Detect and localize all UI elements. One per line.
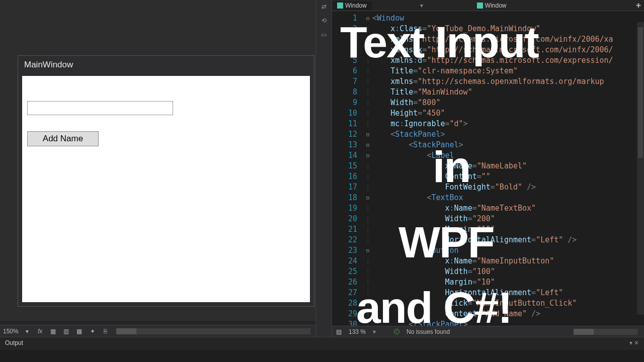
designer-pane: MainWindow Add Name 150% ▾ fx ▦ ▥ ▩ ✦ ⎘ xyxy=(0,0,316,337)
code-view-icon[interactable]: ▤ xyxy=(336,328,342,335)
wpf-window-preview[interactable]: MainWindow Add Name xyxy=(18,55,314,307)
add-name-button[interactable]: Add Name xyxy=(27,131,99,146)
output-label: Output xyxy=(5,339,23,346)
editor-vscroll[interactable] xyxy=(637,22,644,315)
tab-label: Window xyxy=(485,2,507,9)
designer-surface[interactable]: MainWindow Add Name xyxy=(0,0,315,321)
check-icon: ✓ xyxy=(394,329,399,334)
guides-icon[interactable]: ✦ xyxy=(88,327,97,336)
split-icon[interactable]: ✚ xyxy=(633,2,644,9)
grid2-icon[interactable]: ▥ xyxy=(62,327,71,336)
panel-menu-icon[interactable]: ▾ ✕ xyxy=(629,339,639,346)
code-area[interactable]: 1234567891011121314151617181920212223242… xyxy=(332,11,644,326)
fold-column[interactable]: ⊟││││││││││⊟⊟⊟│││⊟││││⊟│││││││ xyxy=(363,11,372,326)
designer-hscroll[interactable] xyxy=(116,328,310,334)
xaml-file-icon xyxy=(337,3,343,9)
splitter-column: ⇄ ⟲ ▭ xyxy=(316,0,332,337)
grid-icon[interactable]: ▦ xyxy=(49,327,58,336)
output-panel-header[interactable]: Output ▾ ✕ xyxy=(0,337,644,350)
swap-panes-icon[interactable]: ⇄ xyxy=(320,3,328,11)
sync-icon[interactable]: ⟲ xyxy=(320,17,328,25)
line-number-gutter: 1234567891011121314151617181920212223242… xyxy=(332,11,363,326)
code-editor-pane: Window ▾ Window ✚ 1234567891011121314151… xyxy=(332,0,644,337)
fx-icon[interactable]: fx xyxy=(36,327,45,336)
anchor-icon[interactable]: ⎘ xyxy=(101,327,110,336)
zoom-dropdown-icon[interactable]: ▾ xyxy=(23,327,32,336)
tab-window-left[interactable]: Window xyxy=(332,1,372,10)
editor-tabbar: Window ▾ Window ✚ xyxy=(332,0,644,11)
code-zoom[interactable]: 133 % xyxy=(349,328,366,335)
xaml-file-icon xyxy=(477,3,483,9)
code-statusbar: ▤ 133 % ▾ ✓ No issues found xyxy=(332,326,644,337)
nav-dropdown-icon[interactable]: ▾ xyxy=(420,2,423,9)
snap-icon[interactable]: ▩ xyxy=(75,327,84,336)
wpf-window-title: MainWindow xyxy=(18,56,314,74)
tab-window-right[interactable]: Window xyxy=(472,1,512,10)
tab-label: Window xyxy=(345,2,367,9)
expand-icon[interactable]: ▭ xyxy=(320,31,328,39)
designer-statusbar: 150% ▾ fx ▦ ▥ ▩ ✦ ⎘ xyxy=(0,325,315,337)
code-lines[interactable]: <Window x:Class="YouTube_Demo.MainWindow… xyxy=(372,11,644,326)
editor-hscroll[interactable] xyxy=(574,329,638,335)
wpf-client-area: Add Name xyxy=(22,76,310,302)
designer-zoom[interactable]: 150% xyxy=(3,328,19,335)
name-textbox[interactable] xyxy=(27,101,173,115)
issues-label[interactable]: No issues found xyxy=(407,328,450,335)
